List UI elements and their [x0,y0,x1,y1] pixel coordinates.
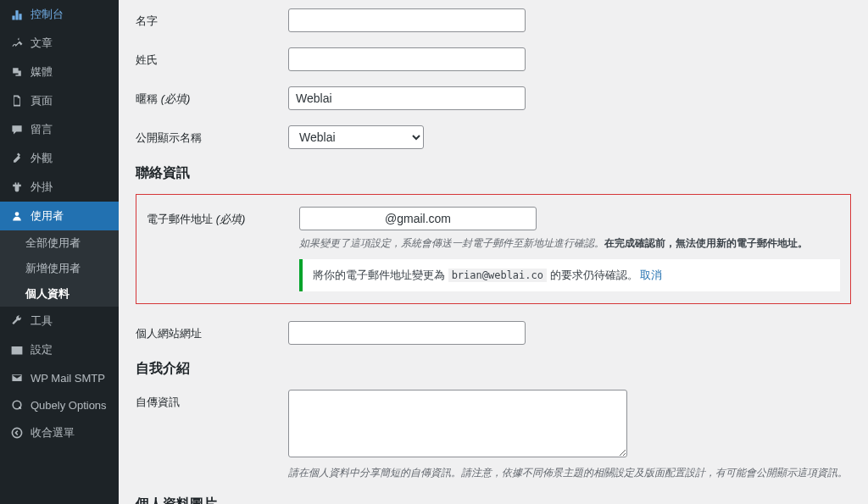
section-contact-heading: 聯絡資訊 [136,164,851,182]
submenu-item[interactable]: 個人資料 [0,281,119,307]
cancel-email-change-link[interactable]: 取消 [640,268,662,283]
menu-item-settings[interactable]: 設定 [0,335,119,364]
qubely-icon [8,398,25,412]
last-name-input[interactable] [288,47,526,71]
media-icon [8,65,25,79]
menu-item-plugin[interactable]: 外掛 [0,173,119,202]
menu-item-tool[interactable]: 工具 [0,307,119,335]
mail-icon [8,371,25,385]
menu-label: 工具 [31,313,53,329]
email-label: 電子郵件地址 (必填) [147,207,299,227]
settings-icon [8,343,25,357]
comment-icon [8,123,25,136]
email-input[interactable] [299,207,537,230]
email-description: 如果變更了這項設定，系統會傳送一封電子郵件至新地址進行確認。在完成確認前，無法使… [299,235,840,251]
menu-label: 頁面 [31,93,53,108]
collapse-icon [8,426,25,440]
menu-label: WP Mail SMTP [31,372,105,385]
bio-label: 自傳資訊 [136,390,288,410]
nickname-label: 暱稱 (必填) [136,86,288,107]
menu-label: 控制台 [31,7,64,22]
menu-item-comment[interactable]: 留言 [0,115,119,144]
menu-item-appearance[interactable]: 外觀 [0,144,119,173]
menu-item-pin[interactable]: 文章 [0,29,119,58]
menu-label: 收合選單 [31,425,75,440]
menu-label: 留言 [31,122,53,137]
nickname-input[interactable] [288,86,526,110]
menu-item-user[interactable]: 使用者 [0,202,119,230]
website-label: 個人網站網址 [136,321,288,341]
menu-label: 使用者 [31,208,64,224]
menu-label: 外掛 [31,180,53,195]
menu-item-qubely[interactable]: Qubely Options [0,391,119,418]
email-pending-notice: 將你的電子郵件地址變更為 brian@weblai.co 的要求仍待確認。 取消 [299,259,840,291]
menu-item-media[interactable]: 媒體 [0,58,119,86]
display-name-label: 公開顯示名稱 [136,125,288,146]
menu-label: 外觀 [31,151,53,166]
menu-label: 文章 [31,36,53,51]
admin-sidebar: 控制台文章媒體頁面留言外觀外掛使用者全部使用者新增使用者個人資料工具設定WP M… [0,0,119,504]
pin-icon [8,36,25,50]
last-name-label: 姓氏 [136,47,288,68]
menu-item-mail[interactable]: WP Mail SMTP [0,364,119,391]
section-picture-heading: 個人資料圖片 [136,496,851,504]
email-highlight-box: 電子郵件地址 (必填) 如果變更了這項設定，系統會傳送一封電子郵件至新地址進行確… [136,194,851,304]
menu-label: 設定 [31,342,53,357]
submenu-item[interactable]: 新增使用者 [0,256,119,281]
profile-form: 名字 姓氏 暱稱 (必填) 公開顯示名稱 Weblai [119,0,868,504]
website-input[interactable] [288,321,526,345]
appearance-icon [8,152,25,165]
tool-icon [8,314,25,328]
first-name-label: 名字 [136,8,288,29]
svg-point-1 [12,428,21,437]
menu-label: Qubely Options [31,399,107,412]
menu-item-page[interactable]: 頁面 [0,86,119,115]
plugin-icon [8,180,25,194]
dashboard-icon [8,8,25,21]
submenu-users: 全部使用者新增使用者個人資料 [0,230,119,307]
user-icon [8,209,25,223]
pending-email-code: brian@weblai.co [448,269,547,282]
page-icon [8,94,25,108]
menu-item-dashboard[interactable]: 控制台 [0,0,119,29]
display-name-select[interactable]: Weblai [288,125,424,149]
section-about-heading: 自我介紹 [136,360,851,378]
menu-label: 媒體 [31,64,53,80]
first-name-input[interactable] [288,8,526,32]
bio-description: 請在個人資料中分享簡短的自傳資訊。請注意，依據不同佈景主題的相關設定及版面配置設… [288,465,851,480]
menu-item-collapse[interactable]: 收合選單 [0,418,119,447]
submenu-item[interactable]: 全部使用者 [0,230,119,256]
bio-textarea[interactable] [288,390,627,457]
